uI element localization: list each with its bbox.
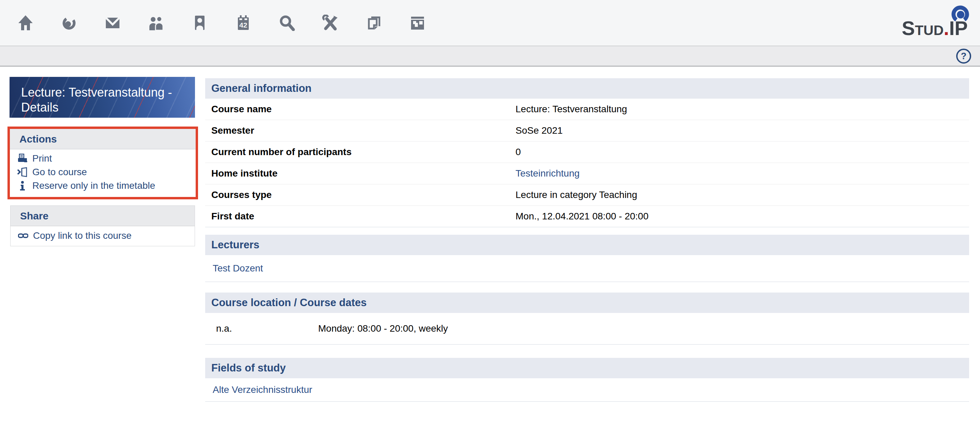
- highlight-annotation-box: Actions Print: [8, 127, 198, 199]
- row-label: Semester: [211, 125, 254, 136]
- fields-of-study-body: Alte Verzeichnisstruktur: [205, 378, 969, 402]
- home-institute-link[interactable]: Testeinrichtung: [515, 168, 579, 179]
- row-value: Lecture in category Teaching: [515, 189, 637, 200]
- table-row: First date Mon., 12.04.2021 08:00 - 20:0…: [205, 206, 969, 227]
- table-row: Course name Lecture: Testveranstaltung: [205, 98, 969, 120]
- printer-icon: [18, 153, 28, 164]
- profile-icon[interactable]: [192, 14, 208, 31]
- go-to-course-label: Go to course: [32, 167, 87, 178]
- field-of-study-link[interactable]: Alte Verzeichnisstruktur: [213, 384, 312, 395]
- lecturer-link[interactable]: Test Dozent: [213, 263, 263, 274]
- row-label: Courses type: [211, 189, 272, 200]
- copy-link-label: Copy link to this course: [33, 230, 131, 241]
- row-value: Lecture: Testveranstaltung: [515, 104, 627, 114]
- studip-logo: Stud.IP: [902, 0, 968, 46]
- row-value: Mon., 12.04.2021 08:00 - 20:00: [515, 211, 649, 222]
- tools-icon[interactable]: [322, 14, 339, 31]
- seminar-icon[interactable]: [61, 14, 77, 31]
- general-information-header: General information: [205, 78, 969, 98]
- files-icon[interactable]: [366, 14, 382, 31]
- print-link[interactable]: Print: [10, 152, 196, 165]
- fields-of-study-header: Fields of study: [205, 358, 969, 378]
- course-location-header: Course location / Course dates: [205, 292, 969, 313]
- print-label: Print: [32, 153, 52, 164]
- studip-logo-swirl-icon: [951, 5, 970, 24]
- go-to-course-link[interactable]: Go to course: [10, 165, 196, 179]
- help-button[interactable]: ?: [956, 49, 971, 64]
- row-label: Current number of participants: [211, 147, 352, 157]
- lecturers-header: Lecturers: [205, 235, 969, 255]
- table-row: Home institute Testeinrichtung: [205, 163, 969, 184]
- top-navigation-bar: 42: [0, 0, 980, 46]
- table-row: Current number of participants 0: [205, 141, 969, 163]
- info-icon: [18, 181, 28, 191]
- row-label: First date: [211, 211, 254, 222]
- table-row: Semester SoSe 2021: [205, 120, 969, 141]
- row-label: Course name: [211, 104, 272, 114]
- row-value: 0: [515, 147, 521, 157]
- share-widget: Share Copy link to this course: [10, 205, 195, 246]
- share-widget-body: Copy link to this course: [11, 226, 195, 246]
- planner-icon[interactable]: 42: [235, 14, 251, 31]
- schedule-value: Monday: 08:00 - 20:00, weekly: [318, 323, 448, 334]
- sidebar-context-header: Lecture: Testveranstaltung - Details: [10, 77, 195, 118]
- enter-door-icon: [18, 167, 28, 177]
- course-location-body: n.a. Monday: 08:00 - 20:00, weekly: [205, 313, 969, 345]
- planner-badge: 42: [239, 21, 247, 29]
- row-value: SoSe 2021: [515, 125, 563, 136]
- studip-course-details-page: 42: [0, 0, 980, 432]
- bulletin-board-icon[interactable]: [409, 14, 426, 31]
- reserve-timetable-label: Reserve only in the timetable: [32, 180, 155, 191]
- home-icon[interactable]: [18, 14, 34, 31]
- row-label: Home institute: [211, 168, 277, 179]
- actions-widget-title: Actions: [10, 129, 196, 149]
- lecturers-body: Test Dozent: [205, 255, 969, 282]
- lecturers-section: Lecturers Test Dozent: [205, 235, 969, 282]
- room-value: n.a.: [216, 323, 232, 334]
- help-label: ?: [961, 52, 967, 61]
- context-title: Lecture: Testveranstaltung - Details: [10, 77, 195, 115]
- reserve-timetable-link[interactable]: Reserve only in the timetable: [10, 179, 196, 192]
- actions-widget-body: Print Go to course: [10, 149, 196, 195]
- fields-of-study-section: Fields of study Alte Verzeichnisstruktur: [205, 358, 969, 402]
- course-location-section: Course location / Course dates n.a. Mond…: [205, 292, 969, 345]
- community-icon[interactable]: [148, 14, 164, 31]
- table-row: Courses type Lecture in category Teachin…: [205, 184, 969, 206]
- actions-widget: Actions Print: [10, 129, 196, 195]
- toolbar-strip: ?: [0, 46, 980, 67]
- share-widget-title: Share: [11, 206, 195, 226]
- search-icon[interactable]: [279, 14, 295, 31]
- link-icon: [18, 230, 29, 241]
- main-navigation: 42: [18, 0, 426, 46]
- copy-link-to-course-link[interactable]: Copy link to this course: [11, 229, 195, 243]
- messages-icon[interactable]: [105, 14, 121, 31]
- general-information-section: General information Course name Lecture:…: [205, 78, 969, 227]
